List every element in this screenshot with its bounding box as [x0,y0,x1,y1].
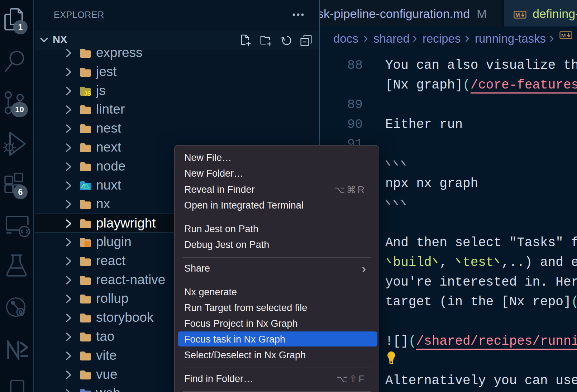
svg-text:M: M [561,32,566,38]
svg-text:JS: JS [84,91,91,96]
svg-text:M: M [515,12,520,18]
